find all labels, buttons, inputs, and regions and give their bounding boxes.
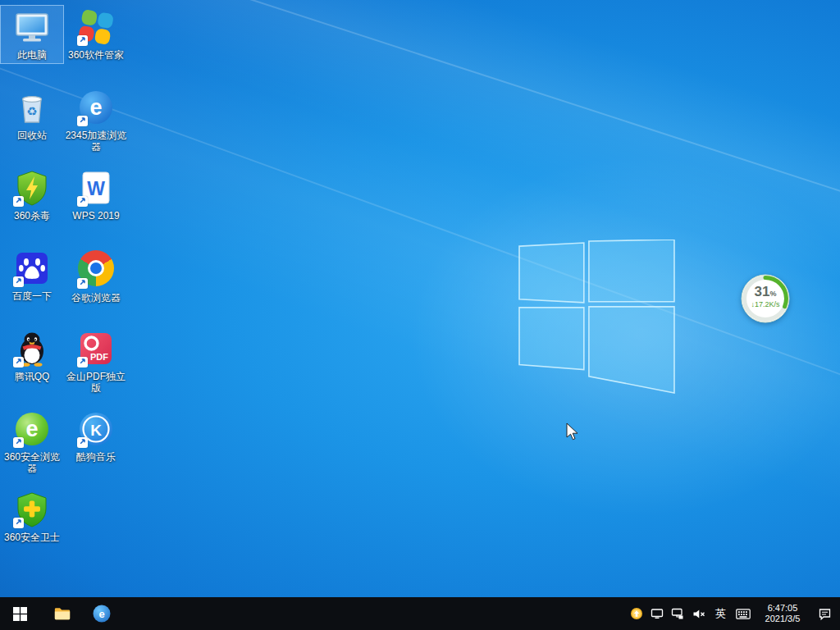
windows-logo [518, 240, 676, 397]
svg-text:♻: ♻ [26, 104, 37, 118]
svg-text:e: e [25, 417, 38, 441]
desktop-icon-label: 百度一下 [1, 290, 63, 302]
clock-date: 2021/3/5 [765, 614, 801, 624]
desktop-icon-baidu[interactable]: 百度一下 [1, 247, 63, 304]
shortcut-arrow-icon [77, 116, 88, 126]
desktop-icon-wps-2019[interactable]: W WPS 2019 [65, 167, 127, 224]
tray-clock[interactable]: 6:47:05 2021/3/5 [755, 597, 810, 630]
desktop-icon-label: 回收站 [1, 130, 63, 141]
tray-touch-keyboard-button[interactable] [732, 597, 755, 630]
tray-network-button[interactable] [667, 597, 687, 630]
360-antivirus-icon [12, 168, 52, 208]
svg-text:PDF: PDF [90, 352, 108, 362]
desktop-icon-recycle-bin[interactable]: ♻ 回收站 [1, 86, 63, 144]
start-button[interactable] [0, 597, 39, 630]
desktop-icon-label: 酷狗音乐 [65, 451, 127, 463]
desktop-icon-label: 360安全浏览器 [1, 451, 63, 474]
touch-keyboard-icon [736, 609, 751, 619]
desktop-icon-label: 谷歌浏览器 [65, 292, 127, 304]
browser-e-icon: e [92, 604, 112, 623]
tray-ime-indicator[interactable]: 英 [710, 597, 732, 630]
display-icon [651, 607, 664, 620]
desktop-icon-tencent-qq[interactable]: 腾讯QQ [1, 327, 63, 385]
action-center-button[interactable] [810, 597, 838, 630]
desktop-icon-360-antivirus[interactable]: 360杀毒 [1, 167, 63, 224]
desktop-icon-2345-browser[interactable]: e 2345加速浏览器 [65, 86, 127, 155]
desktop-icon-360-browser[interactable]: e 360安全浏览器 [1, 408, 63, 477]
baidu-icon [12, 249, 52, 288]
shortcut-arrow-icon [13, 276, 24, 287]
download-progress-widget[interactable]: 31% ↓17.2K/s [739, 272, 792, 325]
shortcut-arrow-icon [13, 437, 24, 448]
desktop-icon-label: 腾讯QQ [1, 371, 63, 382]
this-pc-icon [12, 7, 52, 47]
desktop-icon-kingsoft-pdf[interactable]: PDF 金山PDF独立版 [65, 327, 127, 396]
svg-text:e: e [89, 95, 102, 120]
desktop-icon-label: 金山PDF独立版 [65, 371, 127, 394]
network-ethernet-icon [671, 607, 684, 620]
svg-text:W: W [87, 178, 105, 199]
system-tray: 英 6:47:05 2021/3/5 [627, 597, 838, 630]
kugou-music-icon: K [76, 409, 116, 449]
browser-taskbar-button[interactable]: e [85, 597, 118, 630]
desktop-icon-chrome[interactable]: 谷歌浏览器 [65, 247, 127, 306]
download-speed: ↓17.2K/s [739, 300, 792, 309]
recycle-bin-icon: ♻ [12, 88, 52, 127]
svg-text:K: K [90, 422, 102, 439]
tray-volume-muted-button[interactable] [687, 597, 710, 630]
file-explorer-button[interactable] [46, 597, 79, 630]
360-software-manager-icon [76, 7, 116, 47]
shortcut-arrow-icon [13, 196, 24, 207]
360-safety-guard-icon [12, 490, 52, 529]
folder-icon [53, 605, 71, 623]
desktop-icon-360-safety-guard[interactable]: 360安全卫士 [1, 488, 63, 546]
desktop-icon-360-software-manager[interactable]: 360软件管家 [65, 6, 127, 63]
desktop-icon-this-pc[interactable]: 此电脑 [1, 6, 63, 63]
tray-speedup-ball-button[interactable] [627, 597, 646, 630]
ime-language-label: 英 [715, 606, 726, 621]
2345-browser-icon: e [76, 88, 116, 127]
action-center-icon [818, 607, 832, 621]
download-percent: 31% [739, 285, 792, 301]
desktop-icon-kugou-music[interactable]: K 酷狗音乐 [65, 408, 127, 465]
desktop-icon-label: 此电脑 [1, 49, 63, 61]
desktop-icon-label: WPS 2019 [65, 210, 127, 221]
taskbar: e [0, 597, 840, 630]
clock-time: 6:47:05 [768, 603, 798, 614]
shortcut-arrow-icon [77, 196, 88, 207]
shortcut-arrow-icon [13, 357, 24, 368]
wps-2019-icon: W [76, 168, 116, 208]
360-browser-icon: e [12, 409, 52, 449]
chrome-icon [76, 250, 116, 290]
desktop-icon-label: 360安全卫士 [1, 532, 63, 543]
tray-display-button[interactable] [646, 597, 667, 630]
qq-penguin-icon [12, 329, 52, 368]
desktop-icon-label: 360软件管家 [65, 49, 127, 61]
desktop-icon-label: 2345加速浏览器 [65, 130, 127, 153]
gold-speedup-icon [630, 607, 643, 620]
shortcut-arrow-icon [77, 278, 88, 289]
kingsoft-pdf-icon: PDF [76, 329, 116, 368]
shortcut-arrow-icon [77, 35, 88, 46]
windows-start-icon [13, 607, 27, 621]
volume-muted-icon [692, 607, 705, 621]
shortcut-arrow-icon [77, 437, 88, 448]
shortcut-arrow-icon [77, 357, 88, 368]
desktop-icon-label: 360杀毒 [1, 210, 63, 221]
shortcut-arrow-icon [13, 518, 24, 528]
svg-text:e: e [98, 608, 104, 620]
